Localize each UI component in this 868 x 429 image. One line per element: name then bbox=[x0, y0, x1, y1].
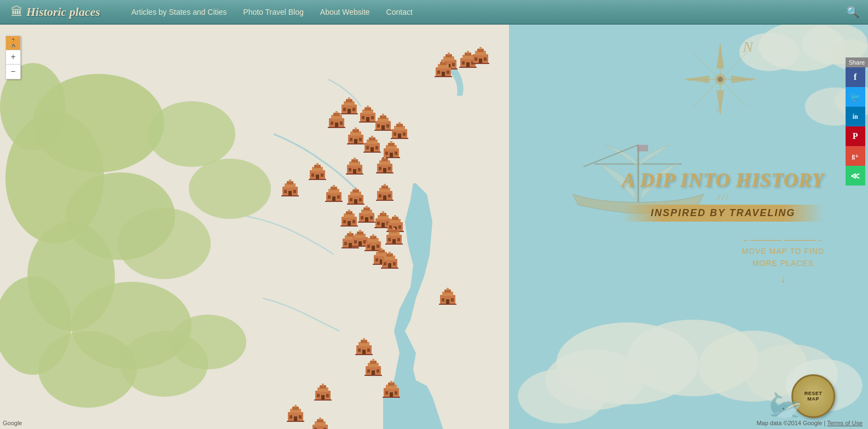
svg-rect-35 bbox=[484, 57, 487, 61]
terms-link[interactable]: Terms of Use bbox=[827, 420, 863, 426]
svg-marker-294 bbox=[294, 405, 297, 407]
share-googleplus-button[interactable]: g+ bbox=[846, 146, 865, 166]
svg-rect-282 bbox=[317, 394, 320, 397]
share-pinterest-button[interactable]: P bbox=[846, 126, 865, 146]
svg-rect-178 bbox=[361, 216, 363, 219]
svg-rect-131 bbox=[388, 167, 391, 170]
map-marker-m36[interactable] bbox=[308, 415, 332, 429]
map-marker-m4[interactable] bbox=[431, 57, 455, 82]
svg-marker-86 bbox=[398, 122, 401, 124]
google-watermark: Google bbox=[3, 420, 22, 426]
svg-rect-90 bbox=[350, 138, 352, 141]
share-facebook-button[interactable]: f bbox=[846, 67, 865, 87]
map-marker-m17[interactable] bbox=[322, 182, 346, 206]
svg-rect-123 bbox=[358, 168, 361, 171]
building-icon-m36 bbox=[308, 415, 332, 429]
map-marker-m29[interactable] bbox=[378, 249, 402, 273]
svg-rect-227 bbox=[397, 238, 400, 241]
nav-contact[interactable]: Contact bbox=[386, 8, 413, 16]
svg-rect-258 bbox=[358, 349, 361, 352]
svg-rect-245 bbox=[381, 268, 398, 269]
map-marker-m19[interactable] bbox=[373, 181, 397, 205]
nav-articles[interactable]: Articles by States and Cities bbox=[131, 8, 227, 16]
building-icon-m19 bbox=[373, 181, 397, 205]
map-marker-m30[interactable] bbox=[436, 285, 460, 309]
building-icon-m33 bbox=[379, 378, 403, 402]
map-marker-m34[interactable] bbox=[311, 381, 335, 405]
svg-marker-94 bbox=[355, 127, 357, 130]
share-twitter-button[interactable]: 🐦 bbox=[846, 87, 865, 107]
svg-point-12 bbox=[148, 101, 235, 167]
zoom-in-button[interactable]: + bbox=[6, 50, 20, 65]
svg-rect-293 bbox=[287, 421, 304, 422]
svg-point-13 bbox=[189, 159, 271, 219]
map-marker-m35[interactable] bbox=[283, 402, 308, 426]
logo-icon: 🏛 bbox=[11, 5, 23, 19]
svg-rect-253 bbox=[439, 304, 456, 305]
pegman-icon[interactable]: 🚶 bbox=[6, 36, 20, 50]
share-sidebar: Share f 🐦 in P g+ ≪ bbox=[846, 57, 868, 185]
map-marker-m15[interactable] bbox=[373, 154, 397, 178]
svg-rect-74 bbox=[377, 124, 380, 127]
svg-rect-266 bbox=[367, 369, 370, 373]
svg-marker-262 bbox=[363, 338, 365, 340]
map-marker-m3[interactable] bbox=[468, 44, 493, 68]
svg-rect-170 bbox=[343, 220, 346, 223]
reset-map-button[interactable]: RESETMAP bbox=[791, 374, 835, 418]
svg-marker-166 bbox=[384, 184, 386, 186]
svg-rect-290 bbox=[290, 415, 292, 419]
svg-marker-110 bbox=[390, 141, 392, 143]
svg-rect-51 bbox=[352, 108, 355, 111]
svg-marker-230 bbox=[393, 228, 395, 230]
svg-rect-125 bbox=[346, 173, 363, 175]
svg-marker-150 bbox=[333, 185, 335, 187]
map-marker-m32[interactable] bbox=[361, 356, 385, 380]
svg-rect-250 bbox=[442, 298, 444, 302]
svg-marker-102 bbox=[371, 136, 373, 138]
nav-about[interactable]: About Website bbox=[320, 8, 370, 16]
svg-marker-62 bbox=[335, 111, 338, 113]
building-icon-m34 bbox=[311, 381, 335, 405]
nav-blog[interactable]: Photo Travel Blog bbox=[243, 8, 304, 16]
building-icon-m3 bbox=[468, 44, 493, 68]
svg-rect-277 bbox=[383, 397, 400, 398]
svg-rect-243 bbox=[393, 262, 396, 265]
map-background bbox=[0, 25, 868, 429]
svg-marker-254 bbox=[447, 288, 449, 290]
map-copyright: Map data ©2014 Google | Terms of Use bbox=[756, 420, 863, 426]
svg-rect-34 bbox=[474, 57, 477, 61]
svg-rect-138 bbox=[284, 190, 287, 193]
svg-marker-22 bbox=[448, 53, 450, 55]
googleplus-icon: g+ bbox=[852, 152, 859, 160]
svg-rect-130 bbox=[379, 167, 381, 170]
map-marker-m13[interactable] bbox=[305, 160, 329, 184]
svg-rect-226 bbox=[388, 238, 391, 241]
share-more-button[interactable]: ≪ bbox=[846, 166, 865, 185]
header: 🏛 Historic places Articles by States and… bbox=[0, 0, 868, 25]
svg-rect-122 bbox=[349, 168, 351, 171]
svg-rect-83 bbox=[403, 132, 406, 136]
svg-rect-99 bbox=[375, 146, 378, 149]
svg-marker-246 bbox=[389, 252, 391, 254]
svg-rect-165 bbox=[376, 200, 394, 201]
logo-text: Historic places bbox=[26, 5, 100, 19]
svg-rect-115 bbox=[321, 173, 323, 177]
svg-rect-210 bbox=[354, 240, 357, 244]
search-icon[interactable]: 🔍 bbox=[846, 5, 860, 19]
map-marker-m14[interactable] bbox=[343, 155, 367, 179]
svg-marker-158 bbox=[355, 188, 357, 190]
svg-marker-118 bbox=[316, 163, 319, 165]
map-container[interactable]: 🚶 + − bbox=[0, 25, 868, 429]
zoom-out-button[interactable]: − bbox=[6, 65, 20, 79]
svg-rect-58 bbox=[331, 121, 333, 125]
svg-rect-141 bbox=[281, 195, 299, 196]
svg-marker-270 bbox=[372, 359, 374, 361]
svg-rect-114 bbox=[311, 173, 314, 177]
map-marker-m16[interactable] bbox=[278, 177, 302, 201]
svg-rect-133 bbox=[376, 172, 394, 173]
map-marker-m33[interactable] bbox=[379, 378, 403, 402]
svg-rect-1 bbox=[509, 25, 868, 429]
share-linkedin-button[interactable]: in bbox=[846, 107, 865, 126]
building-icon-m16 bbox=[278, 177, 302, 201]
svg-rect-229 bbox=[385, 244, 403, 245]
